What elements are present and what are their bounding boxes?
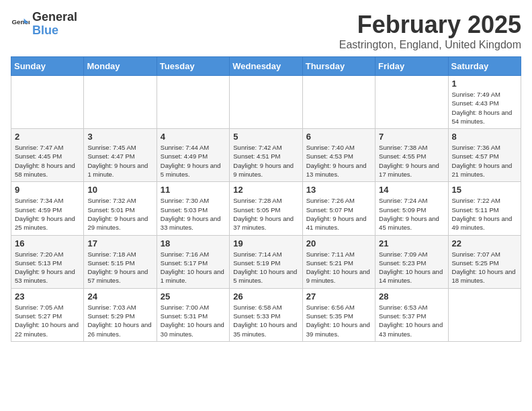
day-info: Sunrise: 7:24 AM Sunset: 5:09 PM Dayligh… (379, 196, 444, 232)
calendar-cell: 9Sunrise: 7:34 AM Sunset: 4:59 PM Daylig… (11, 182, 84, 235)
day-info: Sunrise: 7:44 AM Sunset: 4:49 PM Dayligh… (161, 143, 226, 179)
calendar-header-friday: Friday (375, 57, 448, 76)
calendar-cell: 7Sunrise: 7:38 AM Sunset: 4:55 PM Daylig… (375, 129, 448, 182)
calendar-header-sunday: Sunday (11, 57, 84, 76)
day-number: 21 (379, 238, 444, 248)
day-info: Sunrise: 7:47 AM Sunset: 4:45 PM Dayligh… (15, 143, 80, 179)
calendar-cell (11, 76, 84, 129)
calendar-cell: 21Sunrise: 7:09 AM Sunset: 5:23 PM Dayli… (375, 235, 448, 288)
day-number: 20 (306, 238, 371, 248)
calendar-cell: 5Sunrise: 7:42 AM Sunset: 4:51 PM Daylig… (230, 129, 302, 182)
calendar-cell (448, 288, 521, 341)
day-info: Sunrise: 7:22 AM Sunset: 5:11 PM Dayligh… (452, 196, 517, 232)
logo-general: General (32, 11, 77, 24)
header: General General Blue February 2025 Eastr… (11, 11, 521, 51)
day-number: 5 (233, 132, 298, 142)
calendar-week-row: 16Sunrise: 7:20 AM Sunset: 5:13 PM Dayli… (11, 235, 521, 288)
calendar-cell: 12Sunrise: 7:28 AM Sunset: 5:05 PM Dayli… (230, 182, 302, 235)
day-number: 8 (452, 132, 517, 142)
calendar-cell: 27Sunrise: 6:56 AM Sunset: 5:35 PM Dayli… (302, 288, 375, 341)
day-number: 28 (379, 291, 444, 302)
day-number: 7 (379, 132, 444, 142)
day-number: 19 (233, 238, 298, 248)
calendar-cell: 28Sunrise: 6:53 AM Sunset: 5:37 PM Dayli… (375, 288, 448, 341)
calendar-cell: 3Sunrise: 7:45 AM Sunset: 4:47 PM Daylig… (84, 129, 157, 182)
day-number: 14 (379, 185, 444, 195)
calendar-header-saturday: Saturday (448, 57, 521, 76)
calendar-cell: 20Sunrise: 7:11 AM Sunset: 5:21 PM Dayli… (302, 235, 375, 288)
day-number: 16 (15, 238, 80, 248)
logo: General General Blue (11, 11, 77, 38)
calendar-cell: 2Sunrise: 7:47 AM Sunset: 4:45 PM Daylig… (11, 129, 84, 182)
calendar-cell: 23Sunrise: 7:05 AM Sunset: 5:27 PM Dayli… (11, 288, 84, 341)
day-number: 4 (161, 132, 226, 142)
day-number: 27 (306, 291, 371, 302)
calendar-cell: 13Sunrise: 7:26 AM Sunset: 5:07 PM Dayli… (302, 182, 375, 235)
calendar-cell (157, 76, 229, 129)
day-info: Sunrise: 7:49 AM Sunset: 4:43 PM Dayligh… (452, 90, 517, 126)
calendar-cell: 10Sunrise: 7:32 AM Sunset: 5:01 PM Dayli… (84, 182, 157, 235)
calendar-cell: 14Sunrise: 7:24 AM Sunset: 5:09 PM Dayli… (375, 182, 448, 235)
title-area: February 2025 Eastrington, England, Unit… (339, 11, 521, 51)
day-number: 13 (306, 185, 371, 195)
day-info: Sunrise: 7:32 AM Sunset: 5:01 PM Dayligh… (87, 196, 152, 232)
calendar-cell: 25Sunrise: 7:00 AM Sunset: 5:31 PM Dayli… (157, 288, 229, 341)
calendar-week-row: 23Sunrise: 7:05 AM Sunset: 5:27 PM Dayli… (11, 288, 521, 341)
calendar-header-tuesday: Tuesday (157, 57, 229, 76)
day-number: 12 (233, 185, 298, 195)
calendar-cell: 6Sunrise: 7:40 AM Sunset: 4:53 PM Daylig… (302, 129, 375, 182)
calendar-week-row: 9Sunrise: 7:34 AM Sunset: 4:59 PM Daylig… (11, 182, 521, 235)
day-number: 2 (15, 132, 80, 142)
day-number: 3 (87, 132, 152, 142)
calendar-cell: 1Sunrise: 7:49 AM Sunset: 4:43 PM Daylig… (448, 76, 521, 129)
day-number: 26 (233, 291, 298, 302)
day-number: 1 (452, 79, 517, 89)
day-info: Sunrise: 6:56 AM Sunset: 5:35 PM Dayligh… (306, 303, 371, 338)
calendar-week-row: 1Sunrise: 7:49 AM Sunset: 4:43 PM Daylig… (11, 76, 521, 129)
day-number: 10 (87, 185, 152, 195)
day-info: Sunrise: 7:11 AM Sunset: 5:21 PM Dayligh… (306, 250, 371, 285)
day-info: Sunrise: 7:36 AM Sunset: 4:57 PM Dayligh… (452, 143, 517, 179)
calendar-cell (302, 76, 375, 129)
day-info: Sunrise: 7:14 AM Sunset: 5:19 PM Dayligh… (233, 250, 298, 285)
calendar: SundayMondayTuesdayWednesdayThursdayFrid… (11, 56, 521, 342)
day-number: 23 (15, 291, 80, 302)
logo-icon: General (11, 15, 30, 34)
calendar-cell: 16Sunrise: 7:20 AM Sunset: 5:13 PM Dayli… (11, 235, 84, 288)
calendar-week-row: 2Sunrise: 7:47 AM Sunset: 4:45 PM Daylig… (11, 129, 521, 182)
day-info: Sunrise: 7:34 AM Sunset: 4:59 PM Dayligh… (15, 196, 80, 232)
day-info: Sunrise: 7:30 AM Sunset: 5:03 PM Dayligh… (161, 196, 226, 232)
calendar-header-monday: Monday (84, 57, 157, 76)
calendar-header-thursday: Thursday (302, 57, 375, 76)
calendar-cell (375, 76, 448, 129)
day-info: Sunrise: 7:42 AM Sunset: 4:51 PM Dayligh… (233, 143, 298, 179)
calendar-cell (84, 76, 157, 129)
day-info: Sunrise: 7:05 AM Sunset: 5:27 PM Dayligh… (15, 303, 80, 338)
day-number: 25 (161, 291, 226, 302)
calendar-header-wednesday: Wednesday (230, 57, 302, 76)
day-info: Sunrise: 7:28 AM Sunset: 5:05 PM Dayligh… (233, 196, 298, 232)
day-number: 17 (87, 238, 152, 248)
calendar-cell: 22Sunrise: 7:07 AM Sunset: 5:25 PM Dayli… (448, 235, 521, 288)
calendar-cell: 18Sunrise: 7:16 AM Sunset: 5:17 PM Dayli… (157, 235, 229, 288)
day-number: 24 (87, 291, 152, 302)
calendar-cell: 15Sunrise: 7:22 AM Sunset: 5:11 PM Dayli… (448, 182, 521, 235)
calendar-header-row: SundayMondayTuesdayWednesdayThursdayFrid… (11, 57, 521, 76)
calendar-cell: 19Sunrise: 7:14 AM Sunset: 5:19 PM Dayli… (230, 235, 302, 288)
calendar-cell: 24Sunrise: 7:03 AM Sunset: 5:29 PM Dayli… (84, 288, 157, 341)
calendar-cell: 17Sunrise: 7:18 AM Sunset: 5:15 PM Dayli… (84, 235, 157, 288)
calendar-cell: 26Sunrise: 6:58 AM Sunset: 5:33 PM Dayli… (230, 288, 302, 341)
month-title: February 2025 (339, 11, 521, 39)
calendar-cell (230, 76, 302, 129)
day-number: 11 (161, 185, 226, 195)
day-number: 15 (452, 185, 517, 195)
day-info: Sunrise: 7:20 AM Sunset: 5:13 PM Dayligh… (15, 250, 80, 285)
day-info: Sunrise: 7:00 AM Sunset: 5:31 PM Dayligh… (161, 303, 226, 338)
calendar-cell: 8Sunrise: 7:36 AM Sunset: 4:57 PM Daylig… (448, 129, 521, 182)
day-number: 6 (306, 132, 371, 142)
day-number: 22 (452, 238, 517, 248)
day-info: Sunrise: 7:07 AM Sunset: 5:25 PM Dayligh… (452, 250, 517, 285)
day-info: Sunrise: 7:03 AM Sunset: 5:29 PM Dayligh… (87, 303, 152, 338)
day-info: Sunrise: 6:58 AM Sunset: 5:33 PM Dayligh… (233, 303, 298, 338)
day-info: Sunrise: 7:45 AM Sunset: 4:47 PM Dayligh… (87, 143, 152, 179)
